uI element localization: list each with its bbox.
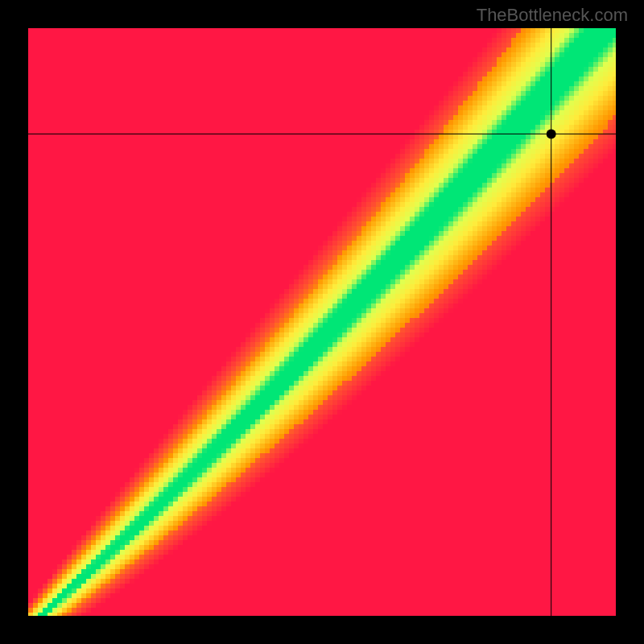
bottleneck-heatmap — [28, 28, 616, 616]
chart-container: TheBottleneck.com — [0, 0, 644, 644]
watermark-text: TheBottleneck.com — [477, 5, 628, 26]
